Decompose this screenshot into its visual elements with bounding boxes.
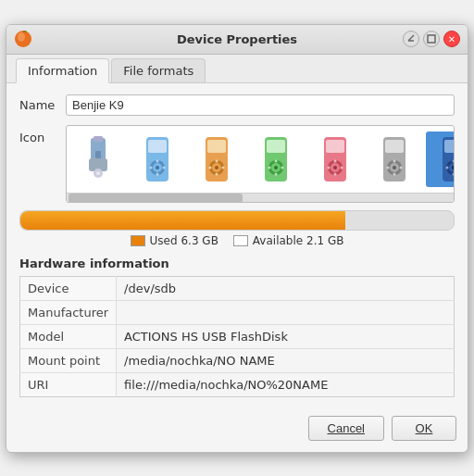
hw-value-device: /dev/sdb — [117, 276, 455, 300]
hw-label-model: Model — [20, 324, 117, 348]
svg-point-31 — [274, 166, 278, 169]
icon-list — [67, 126, 454, 193]
svg-rect-8 — [95, 151, 101, 158]
svg-point-13 — [156, 166, 159, 169]
dialog-footer: Cancel OK — [6, 408, 468, 452]
hw-row-manufacturer: Manufacturer — [20, 300, 455, 324]
svg-point-23 — [216, 159, 218, 162]
titlebar: Device Properties ✕ — [6, 25, 468, 55]
icon-scroll-container[interactable] — [66, 125, 455, 203]
progress-bar-container — [19, 210, 455, 231]
hw-row-model: Model ACTIONS HS USB FlashDisk — [20, 324, 455, 348]
storage-progress-section: Used 6.3 GB Available 2.1 GB — [19, 210, 455, 247]
icon-item-ipod-pink[interactable] — [307, 132, 363, 187]
hardware-section: Hardware information Device /dev/sdb Man… — [19, 257, 455, 397]
progress-legend: Used 6.3 GB Available 2.1 GB — [19, 234, 455, 247]
svg-point-34 — [268, 166, 271, 169]
svg-point-16 — [150, 166, 153, 169]
hardware-title: Hardware information — [19, 257, 455, 270]
tab-file-formats[interactable]: File formats — [111, 58, 206, 82]
svg-point-40 — [333, 166, 337, 169]
svg-point-25 — [209, 166, 212, 169]
svg-point-1 — [18, 32, 25, 42]
tab-bar: Information File formats — [6, 55, 468, 83]
svg-point-15 — [156, 172, 159, 175]
svg-point-7 — [96, 171, 100, 175]
svg-rect-37 — [326, 140, 344, 153]
svg-point-51 — [393, 172, 396, 175]
legend-available-box — [233, 235, 248, 246]
svg-point-17 — [163, 166, 166, 169]
svg-point-50 — [393, 159, 396, 162]
svg-rect-46 — [385, 140, 404, 153]
legend-used: Used 6.3 GB — [131, 234, 218, 247]
name-label: Name — [19, 98, 66, 112]
svg-point-32 — [275, 159, 278, 162]
hardware-table: Device /dev/sdb Manufacturer Model ACTIO… — [19, 276, 455, 397]
svg-point-43 — [328, 166, 331, 169]
close-button[interactable]: ✕ — [443, 31, 460, 47]
legend-used-box — [131, 235, 145, 246]
cancel-button[interactable]: Cancel — [308, 416, 384, 441]
legend-available: Available 2.1 GB — [233, 234, 344, 247]
svg-rect-28 — [267, 140, 285, 153]
hw-value-mountpoint[interactable]: /media/nochka/NO NAME — [117, 348, 455, 372]
restore-button[interactable] — [423, 31, 440, 47]
hw-label-device: Device — [20, 276, 117, 300]
icon-item-ipod-grey[interactable] — [367, 132, 422, 187]
app-logo — [14, 30, 32, 48]
svg-point-14 — [156, 159, 159, 162]
legend-available-label: Available 2.1 GB — [253, 234, 344, 247]
svg-rect-2 — [428, 35, 435, 43]
svg-rect-19 — [207, 140, 226, 153]
svg-point-22 — [215, 166, 218, 169]
svg-rect-4 — [94, 136, 103, 142]
svg-point-41 — [334, 159, 337, 162]
window-controls: ✕ — [403, 31, 460, 47]
tab-information[interactable]: Information — [16, 58, 109, 83]
svg-point-53 — [400, 166, 403, 169]
hw-label-mountpoint: Mount point — [20, 348, 117, 372]
svg-point-44 — [341, 166, 343, 169]
icon-item-ipod-green[interactable] — [248, 132, 304, 187]
hw-value-uri[interactable]: file:///media/nochka/NO%20NAME — [117, 372, 455, 396]
hw-row-device: Device /dev/sdb — [20, 276, 455, 300]
hw-label-manufacturer: Manufacturer — [20, 300, 117, 324]
legend-used-label: Used 6.3 GB — [150, 234, 218, 247]
svg-rect-10 — [148, 140, 167, 153]
hw-value-model: ACTIONS HS USB FlashDisk — [117, 324, 455, 348]
ok-button[interactable]: OK — [392, 416, 456, 441]
hw-row-mountpoint: Mount point /media/nochka/NO NAME — [20, 348, 455, 372]
tab-content: Name Icon — [6, 83, 468, 408]
icon-label: Icon — [19, 125, 66, 144]
icon-scrollbar-track[interactable] — [67, 193, 454, 202]
svg-point-24 — [216, 172, 218, 175]
icon-field-row: Icon — [19, 125, 455, 203]
svg-rect-55 — [444, 140, 454, 153]
svg-point-35 — [281, 166, 284, 169]
icon-item-ipod-darkblue[interactable] — [426, 132, 454, 187]
minimize-button[interactable] — [403, 31, 419, 47]
svg-point-49 — [393, 166, 396, 169]
svg-point-52 — [387, 166, 390, 169]
dialog-title: Device Properties — [177, 32, 297, 46]
hw-value-manufacturer — [117, 300, 455, 324]
svg-point-26 — [222, 166, 225, 169]
progress-bar-fill — [20, 211, 345, 230]
name-input[interactable] — [66, 94, 455, 116]
name-field-row: Name — [19, 94, 455, 116]
icon-item-usb[interactable] — [70, 132, 126, 187]
hw-row-uri: URI file:///media/nochka/NO%20NAME — [20, 372, 455, 396]
hw-label-uri: URI — [20, 372, 117, 396]
icon-item-ipod-orange[interactable] — [189, 132, 244, 187]
icon-scrollbar-thumb[interactable] — [69, 194, 243, 203]
svg-point-42 — [334, 172, 337, 175]
icon-item-ipod-blue[interactable] — [130, 132, 185, 187]
svg-point-61 — [446, 166, 449, 169]
svg-point-33 — [275, 172, 278, 175]
dialog-device-properties: Device Properties ✕ Information File for… — [6, 24, 468, 453]
